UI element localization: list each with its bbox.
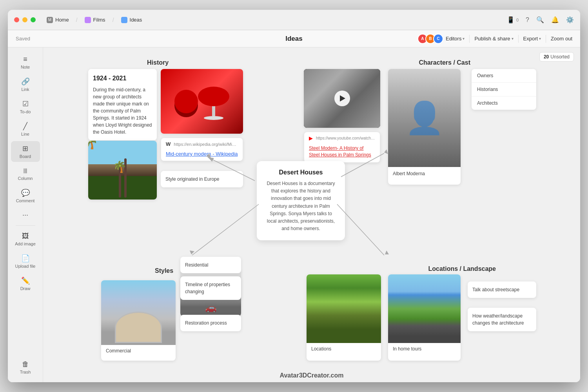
todo-icon: ☑ [22,100,29,108]
sidebar-item-comment[interactable]: 💬 Comment [11,185,40,206]
app-window: M Home / Films / Ideas 📱 0 ? 🔍 🔔 ⚙️ [8,10,580,382]
sidebar-item-add-image[interactable]: 🖼 Add image [11,229,40,249]
watermark: Avatar3DCreator.com [279,372,343,379]
category-historians: Historians [472,83,536,96]
publish-share-button[interactable]: Publish & share ▾ [474,36,513,42]
palm-trees-img: 🌴 🌴 [88,141,157,200]
sidebar-item-more[interactable]: ··· [11,208,40,222]
center-node: Desert Houses Desert Houses is a documen… [257,161,345,240]
locations-weather: How weather/landscape changes the archit… [468,308,536,331]
wiki-link[interactable]: Mid-century modern - Wikipedia [161,150,243,161]
export-caret: ▾ [539,36,541,41]
tab-ideas[interactable]: Ideas [116,15,147,25]
section-styles: Styles [155,267,173,274]
subtoolbar-right: A B C Editors ▾ Publish & share ▾ Export… [417,34,572,44]
titlebar: M Home / Films / Ideas 📱 0 ? 🔍 🔔 ⚙️ [8,10,580,30]
titlebar-right: 📱 0 ? 🔍 🔔 ⚙️ [507,16,574,24]
films-icon [85,17,91,23]
youtube-icon: ▶ [309,135,313,141]
sidebar-item-draw[interactable]: ✏️ Draw [11,273,40,294]
history-wiki-card[interactable]: W https://en.wikipedia.org/wiki/Mid-cent… [161,138,243,161]
styles-restoration: Restoration process [180,315,241,331]
note-icon: ≡ [23,55,27,64]
characters-youtube-card[interactable]: ▶ https://www.youtube.com/watch?v=0NxJ0g… [304,132,380,163]
tab-home-label: Home [55,17,69,23]
red-chair-img [161,69,243,134]
nav-tabs: M Home / Films / Ideas [42,15,147,25]
history-palms-image: 🌴 🌴 [88,141,157,200]
saved-status: Saved [16,36,30,42]
close-button[interactable] [14,17,19,22]
styles-timeline: Timeline of properties changing [180,276,241,300]
tab-ideas-label: Ideas [130,17,142,23]
trash-icon: 🗑 [22,360,29,368]
history-chair-image [161,69,243,134]
maximize-button[interactable] [31,17,36,22]
search-button[interactable]: 🔍 [536,16,544,24]
einstein-img: 👤 [388,69,461,167]
locations-streetscape: Talk about streetscape [468,281,536,298]
editors-group[interactable]: A B C Editors ▾ [417,34,465,44]
svg-marker-8 [385,250,389,254]
notifications-button[interactable]: 🔔 [551,16,559,24]
sidebar-item-note[interactable]: ≡ Note [11,52,40,73]
styles-residential: Residential [180,257,241,273]
editors-dropdown[interactable]: Editors ▾ [446,36,465,42]
draw-icon: ✏️ [21,276,30,285]
tab-home[interactable]: M Home [42,15,74,25]
page-title: Ideas [285,35,302,43]
category-owners: Owners [472,69,536,83]
editors-caret: ▾ [463,36,465,41]
locations-aerial-image: Locations [307,274,381,361]
tab-films-label: Films [93,17,105,23]
line-icon: ╱ [23,122,27,131]
svg-marker-7 [190,250,194,254]
svg-line-2 [192,204,259,255]
locations-label: Locations [307,343,381,355]
sidebar-item-board[interactable]: ⊞ Board [11,141,40,162]
section-characters: Characters / Cast [419,59,470,66]
editor-avatars: A B C [417,34,443,44]
settings-button[interactable]: ⚙️ [566,16,574,24]
wikipedia-icon: W [166,141,171,147]
more-icon: ··· [22,211,28,219]
help-button[interactable]: ? [526,16,529,24]
publish-caret: ▾ [512,36,514,41]
section-locations: Locations / Landscape [428,265,496,272]
styles-commercial-label: Commercial [101,345,176,357]
main-layout: ≡ Note 🔗 Link ☑ To-do ╱ Line ⊞ Board ⫼ C… [8,47,580,382]
characters-person-image: 👤 Albert Moderna [388,69,461,185]
characters-video-card[interactable] [304,69,380,128]
youtube-link[interactable]: Steel Modern- A History of Steel Houses … [304,144,380,162]
subtoolbar: Saved Ideas A B C Editors ▾ Publish & sh… [8,30,580,47]
history-style-note: Style originated in Europe [161,171,243,187]
mobile-icon-btn[interactable]: 📱 0 [507,16,519,24]
mountain-road-img [388,274,461,343]
sidebar-item-todo[interactable]: ☑ To-do [11,96,40,117]
sidebar-item-link[interactable]: 🔗 Link [11,74,40,95]
svg-marker-6 [384,149,388,154]
canvas: 20 Unsorted [43,47,580,382]
home-icon: M [47,17,53,23]
unsorted-badge: 20 Unsorted [539,52,574,62]
styles-circular-image: Commercial [101,280,176,361]
sidebar: ≡ Note 🔗 Link ☑ To-do ╱ Line ⊞ Board ⫼ C… [8,47,43,382]
column-icon: ⫼ [22,167,29,175]
sidebar-item-upload-file[interactable]: 📄 Upload file [11,251,40,272]
characters-categories: Owners Historians Architects [472,69,536,110]
locations-in-home-label: In home tours [388,343,461,355]
history-text-card: 1924 - 2021 During the mid-century, a ne… [88,69,157,140]
sidebar-item-line[interactable]: ╱ Line [11,119,40,140]
category-architects: Architects [472,96,536,110]
sidebar-item-column[interactable]: ⫼ Column [11,163,40,184]
minimize-button[interactable] [22,17,27,22]
locations-mountain-road-image: In home tours [388,274,461,361]
sidebar-item-trash[interactable]: 🗑 Trash [11,357,40,377]
zoom-out-button[interactable]: Zoom out [551,36,572,42]
add-image-icon: 🖼 [22,232,29,240]
traffic-lights [14,17,36,22]
export-button[interactable]: Export ▾ [523,36,541,42]
tab-films[interactable]: Films [80,15,110,25]
link-icon: 🔗 [21,77,30,86]
play-button[interactable] [334,91,350,106]
